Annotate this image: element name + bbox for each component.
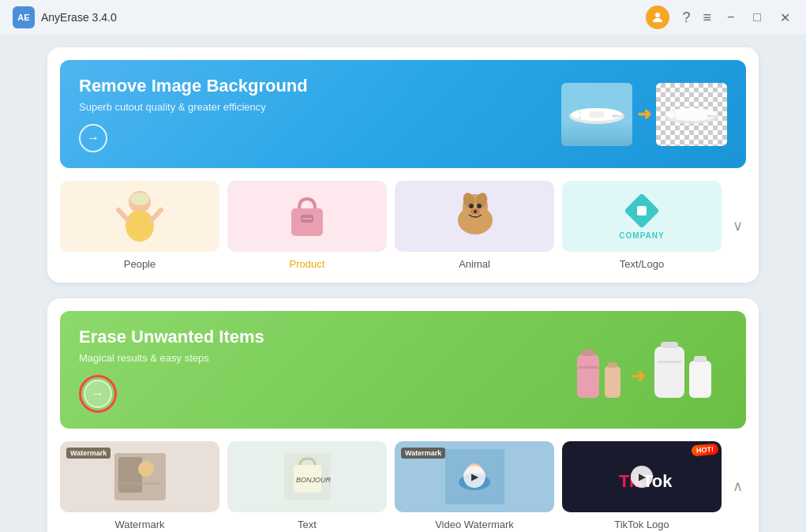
svg-rect-30: [579, 366, 598, 369]
svg-rect-38: [694, 356, 707, 362]
category-row: People Product: [60, 181, 746, 270]
svg-rect-35: [661, 342, 678, 348]
svg-rect-36: [658, 361, 681, 363]
people-thumbnail: [60, 181, 219, 252]
category-tiktok-logo[interactable]: HOT! Tik Tok ▶ TikTok Logo: [562, 441, 722, 530]
svg-text:BONJOUR: BONJOUR: [296, 476, 332, 484]
close-button[interactable]: ✕: [777, 9, 793, 27]
svg-rect-28: [577, 354, 599, 398]
svg-rect-32: [608, 362, 617, 368]
svg-line-15: [152, 210, 161, 220]
banner-title: Remove Image Background: [79, 76, 308, 96]
watermark-badge: Watermark: [66, 448, 111, 459]
app-icon: AE: [13, 6, 35, 28]
category-watermark[interactable]: Watermark Watermark: [60, 441, 219, 530]
erase-banner-subtitle: Magical results & easy steps: [79, 352, 264, 364]
erase-items-go-button[interactable]: →: [84, 380, 112, 408]
remove-background-banner: Remove Image Background Superb cutout qu…: [60, 60, 746, 168]
remove-background-go-button[interactable]: →: [79, 124, 107, 152]
plane-original-img: [561, 83, 632, 146]
svg-point-24: [469, 204, 474, 208]
titlebar-controls: ? ≡ − □ ✕: [646, 6, 793, 29]
svg-rect-34: [654, 347, 684, 398]
menu-icon[interactable]: ≡: [703, 9, 711, 26]
textlogo-label: Text/Logo: [620, 258, 664, 270]
maximize-button[interactable]: □: [750, 9, 764, 26]
textlogo-thumbnail: COMPANY: [562, 181, 722, 252]
svg-rect-29: [582, 350, 594, 356]
erase-category-collapse-button[interactable]: ∧: [729, 474, 746, 498]
svg-rect-19: [302, 218, 312, 219]
svg-point-27: [474, 210, 477, 213]
svg-point-0: [655, 13, 660, 17]
category-text[interactable]: BONJOUR Text: [227, 441, 387, 530]
svg-rect-6: [589, 111, 605, 118]
people-label: People: [124, 258, 156, 270]
video-watermark-label: Video Watermark: [435, 519, 514, 530]
svg-rect-31: [605, 366, 620, 398]
watermark-label: Watermark: [114, 519, 164, 530]
minimize-button[interactable]: −: [724, 9, 737, 26]
app-title: AnyErase 3.4.0: [41, 11, 117, 24]
text-label: Text: [298, 519, 317, 530]
erase-banner-content: Erase Unwanted Items Magical results & e…: [79, 327, 264, 413]
titlebar-left: AE AnyErase 3.4.0: [13, 6, 117, 28]
svg-point-16: [130, 193, 149, 205]
svg-point-13: [126, 210, 154, 242]
product-label: Product: [290, 258, 325, 270]
conversion-arrow-icon: ➜: [637, 104, 651, 125]
user-avatar-icon[interactable]: [646, 6, 669, 29]
erase-banner-title: Erase Unwanted Items: [79, 327, 264, 347]
category-expand-button[interactable]: ∨: [729, 214, 746, 238]
text-thumbnail: BONJOUR: [227, 441, 387, 512]
erase-items-card: Erase Unwanted Items Magical results & e…: [47, 298, 759, 532]
main-content: Remove Image Background Superb cutout qu…: [0, 35, 806, 532]
plane-cutout-img: [656, 83, 727, 146]
svg-point-25: [477, 204, 482, 208]
svg-rect-42: [117, 482, 160, 485]
remove-background-card: Remove Image Background Superb cutout qu…: [47, 47, 759, 283]
svg-rect-40: [118, 457, 142, 493]
watermark-thumbnail: Watermark: [60, 441, 219, 512]
erase-category-row: Watermark Watermark: [60, 441, 746, 530]
product-thumbnail: [227, 181, 387, 252]
tiktok-play-icon: ▶: [631, 466, 653, 488]
tiktok-logo-label: TikTok Logo: [614, 519, 669, 530]
banner-subtitle: Superb cutout quality & greater efficien…: [79, 101, 308, 113]
category-product[interactable]: Product: [227, 181, 387, 270]
category-video-watermark[interactable]: Watermark ▶ Video Watermark: [395, 441, 554, 530]
green-btn-highlight: →: [79, 375, 117, 413]
tiktok-thumbnail: HOT! Tik Tok ▶: [562, 441, 722, 512]
hot-badge: HOT!: [691, 444, 718, 457]
animal-label: Animal: [459, 258, 490, 270]
products-banner-img: ➜: [569, 335, 727, 406]
video-watermark-badge: Watermark: [401, 448, 445, 459]
erase-items-banner: Erase Unwanted Items Magical results & e…: [60, 311, 746, 429]
video-play-icon: ▶: [463, 466, 485, 488]
diamond-icon: [624, 193, 659, 228]
help-icon[interactable]: ?: [682, 9, 690, 26]
svg-rect-37: [689, 361, 711, 398]
category-animal[interactable]: Animal: [395, 181, 554, 270]
svg-text:➜: ➜: [631, 366, 645, 386]
category-people[interactable]: People: [60, 181, 219, 270]
svg-point-41: [138, 461, 154, 477]
titlebar: AE AnyErase 3.4.0 ? ≡ − □ ✕: [0, 0, 806, 35]
category-textlogo[interactable]: COMPANY Text/Logo: [562, 181, 722, 270]
banner-content: Remove Image Background Superb cutout qu…: [79, 76, 308, 152]
animal-thumbnail: [395, 181, 554, 252]
company-logo-illus: COMPANY: [606, 189, 677, 244]
svg-line-14: [118, 210, 128, 220]
company-text: COMPANY: [619, 231, 664, 240]
video-watermark-thumbnail: Watermark ▶: [395, 441, 554, 512]
